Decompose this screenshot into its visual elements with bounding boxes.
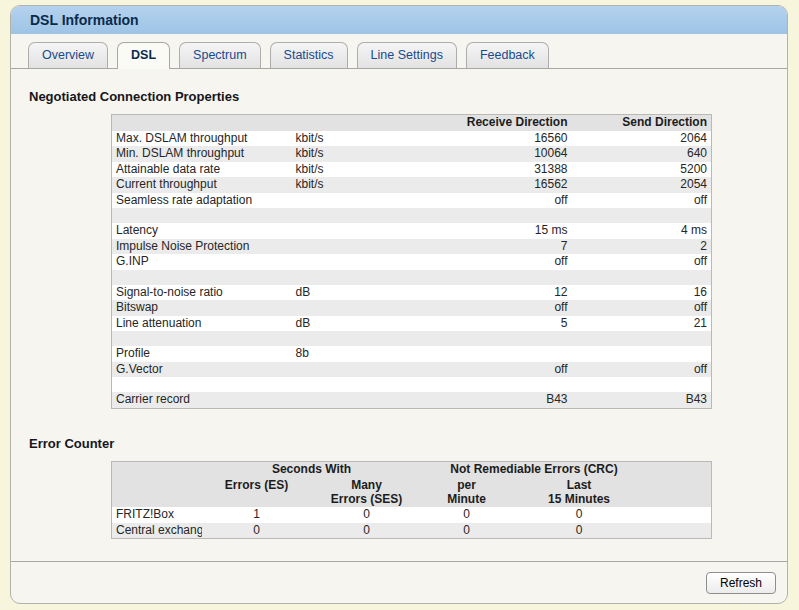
cell-receive-value: 16562: [397, 177, 572, 193]
cell-send-value: B43: [572, 392, 712, 408]
cell-unit: [292, 223, 397, 239]
cell-crc-per-minute: 0: [422, 507, 512, 523]
cell-spacer: [647, 523, 712, 539]
connection-table-header-row: Receive Direction Send Direction: [112, 115, 712, 131]
tab-spectrum[interactable]: Spectrum: [179, 42, 261, 68]
tab-statistics[interactable]: Statistics: [270, 42, 348, 68]
table-row: FRITZ!Box1000: [112, 507, 712, 523]
cell-unit: [292, 300, 397, 316]
cell-property-name: Current throughput: [112, 177, 292, 193]
header-empty: [112, 461, 202, 477]
cell-receive-value: off: [397, 193, 572, 209]
cell-send-value: [572, 208, 712, 223]
dsl-information-window: DSL Information OverviewDSLSpectrumStati…: [10, 5, 788, 604]
cell-errors-ses: 0: [312, 523, 422, 539]
spacer-row: [112, 208, 712, 223]
cell-device-name: Central exchange: [112, 523, 202, 539]
cell-property-name: Max. DSLAM throughput: [112, 131, 292, 147]
cell-receive-value: 5: [397, 316, 572, 332]
cell-receive-value: [397, 331, 572, 346]
cell-crc-last-15: 0: [512, 507, 647, 523]
cell-property-name: [112, 331, 292, 346]
cell-send-value: [572, 346, 712, 362]
tab-feedback[interactable]: Feedback: [466, 42, 549, 68]
cell-unit: [292, 254, 397, 270]
cell-crc-per-minute: 0: [422, 523, 512, 539]
cell-send-value: 640: [572, 146, 712, 162]
group-header-seconds-with: Seconds With: [202, 461, 422, 477]
table-row: Latency15 ms4 ms: [112, 223, 712, 239]
header-spacer: [647, 461, 712, 477]
cell-receive-value: 12: [397, 285, 572, 301]
cell-send-value: 2054: [572, 177, 712, 193]
cell-send-value: off: [572, 193, 712, 209]
cell-receive-value: 16560: [397, 131, 572, 147]
cell-send-value: off: [572, 300, 712, 316]
cell-receive-value: B43: [397, 392, 572, 408]
cell-receive-value: 15 ms: [397, 223, 572, 239]
cell-send-value: off: [572, 254, 712, 270]
cell-errors-ses: 0: [312, 507, 422, 523]
window-title: DSL Information: [30, 12, 139, 28]
cell-unit: [292, 392, 397, 408]
cell-property-name: Profile: [112, 346, 292, 362]
table-row: Central exchange0000: [112, 523, 712, 539]
cell-property-name: Latency: [112, 223, 292, 239]
cell-property-name: Signal-to-noise ratio: [112, 285, 292, 301]
header-unit-empty: [292, 115, 397, 131]
cell-unit: kbit/s: [292, 131, 397, 147]
refresh-button[interactable]: Refresh: [706, 572, 776, 594]
section-title-connection: Negotiated Connection Properties: [29, 89, 787, 104]
cell-send-value: 16: [572, 285, 712, 301]
spacer-row: [112, 377, 712, 392]
cell-errors-es: 1: [202, 507, 312, 523]
cell-unit: [292, 362, 397, 378]
table-row: Signal-to-noise ratiodB1216: [112, 285, 712, 301]
tab-panel-dsl: Negotiated Connection Properties Receive…: [11, 69, 787, 561]
column-header-per-minute: per Minute: [422, 477, 512, 507]
cell-unit: dB: [292, 285, 397, 301]
tab-overview[interactable]: Overview: [28, 42, 108, 68]
table-row: Line attenuationdB521: [112, 316, 712, 332]
error-table-column-header-row: Errors (ES) Many Errors (SES) per Minute…: [112, 477, 712, 507]
cell-property-name: Impulse Noise Protection: [112, 239, 292, 255]
header-empty: [112, 477, 202, 507]
cell-send-value: [572, 331, 712, 346]
tab-line-settings[interactable]: Line Settings: [357, 42, 457, 68]
cell-unit: kbit/s: [292, 146, 397, 162]
error-table-group-header-row: Seconds With Not Remediable Errors (CRC): [112, 461, 712, 477]
cell-unit: dB: [292, 316, 397, 332]
cell-property-name: Bitswap: [112, 300, 292, 316]
cell-send-value: 4 ms: [572, 223, 712, 239]
cell-property-name: Line attenuation: [112, 316, 292, 332]
connection-properties-table: Receive Direction Send Direction Max. DS…: [111, 114, 712, 409]
cell-property-name: [112, 208, 292, 223]
cell-unit: [292, 193, 397, 209]
cell-property-name: Attainable data rate: [112, 162, 292, 178]
cell-send-value: 21: [572, 316, 712, 332]
header-spacer: [647, 477, 712, 507]
cell-send-value: 2064: [572, 131, 712, 147]
table-row: Attainable data ratekbit/s313885200: [112, 162, 712, 178]
table-row: Min. DSLAM throughputkbit/s10064640: [112, 146, 712, 162]
cell-send-value: [572, 270, 712, 285]
cell-receive-value: [397, 346, 572, 362]
cell-unit: [292, 331, 397, 346]
table-row: Profile8b: [112, 346, 712, 362]
table-row: Carrier recordB43B43: [112, 392, 712, 408]
cell-send-value: off: [572, 362, 712, 378]
header-send-direction: Send Direction: [572, 115, 712, 131]
cell-send-value: 2: [572, 239, 712, 255]
table-row: Impulse Noise Protection72: [112, 239, 712, 255]
cell-property-name: [112, 377, 292, 392]
cell-property-name: Min. DSLAM throughput: [112, 146, 292, 162]
cell-send-value: 5200: [572, 162, 712, 178]
column-header-last-15-minutes: Last 15 Minutes: [512, 477, 647, 507]
tab-bar: OverviewDSLSpectrumStatisticsLine Settin…: [11, 34, 787, 69]
tab-dsl[interactable]: DSL: [117, 42, 170, 69]
table-row: Current throughputkbit/s165622054: [112, 177, 712, 193]
error-counter-table: Seconds With Not Remediable Errors (CRC)…: [111, 461, 712, 540]
cell-receive-value: 10064: [397, 146, 572, 162]
cell-receive-value: off: [397, 254, 572, 270]
cell-errors-es: 0: [202, 523, 312, 539]
